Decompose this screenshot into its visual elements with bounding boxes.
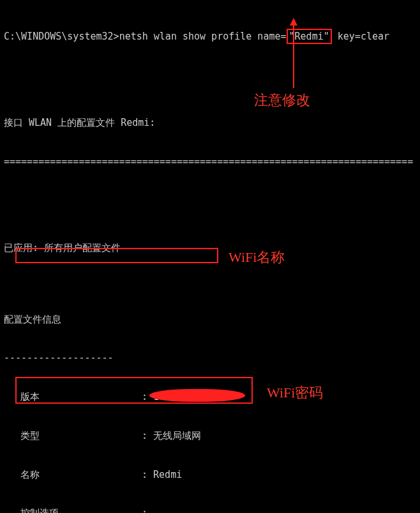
row-type: 类型: 无线局域网 (4, 429, 416, 442)
cmd-name-highlight: "Redmi" (287, 29, 332, 44)
applied-line: 已应用: 所有用户配置文件 (4, 241, 416, 254)
cmd-after: key=clear (332, 31, 389, 42)
command-line: C:\WINDOWS\system32>netsh wlan show prof… (4, 29, 416, 44)
divider: ========================================… (4, 155, 416, 168)
row-name: 名称: Redmi (4, 468, 416, 481)
row-ctrl-opts: 控制选项: (4, 507, 416, 513)
prompt-path: C:\WINDOWS\system32> (4, 31, 119, 42)
cmd-before: netsh wlan show profile name= (119, 31, 287, 42)
section-profile-title: 配置文件信息 (4, 313, 416, 326)
section-profile-dash: ------------------- (4, 351, 416, 364)
terminal-output: C:\WINDOWS\system32>netsh wlan show prof… (0, 0, 420, 513)
row-version: 版本: 1 (4, 390, 416, 403)
interface-line: 接口 WLAN 上的配置文件 Redmi: (4, 116, 416, 129)
